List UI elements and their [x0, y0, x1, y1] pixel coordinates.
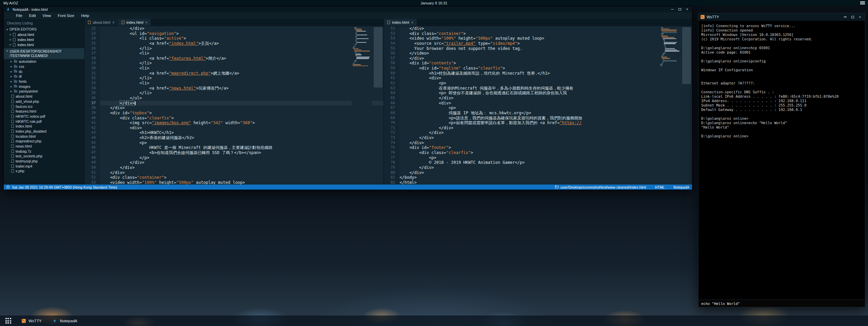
- code-line-44[interactable]: 44 <h2>香港的建築伺服器</h2>: [85, 135, 384, 140]
- code-line-78[interactable]: 78 © 2018 - 2019 HKWTC Animation Gamer</…: [384, 160, 692, 165]
- wstty-titlebar[interactable]: WsTTY ×: [698, 13, 865, 21]
- code-line-53[interactable]: 53 <video width="100%" height="500px" au…: [85, 180, 384, 185]
- code-line-50[interactable]: 50 </div>: [85, 165, 384, 170]
- code-line-59[interactable]: 59 <div id="tagline" class="clearfix">: [384, 66, 692, 71]
- open-editor-item[interactable]: ×index.html: [4, 42, 84, 47]
- code-line-65[interactable]: 65 </div>: [384, 96, 692, 101]
- minimap[interactable]: [352, 26, 372, 185]
- menu-help[interactable]: Help: [78, 14, 93, 18]
- code-line-30[interactable]: 30 <li>: [85, 66, 384, 71]
- close-tab-icon[interactable]: ×: [145, 20, 147, 24]
- code-line-25[interactable]: 25 <a href="index.html">主頁</a>: [85, 41, 384, 46]
- workspace-header[interactable]: ▾ USER:/DESKTOP/SCREENSHOT /TEST/WWW CLE…: [4, 48, 84, 59]
- code-line-51[interactable]: 51 </div>: [85, 170, 384, 175]
- menu-view[interactable]: View: [39, 14, 54, 18]
- tree-file[interactable]: testmysql.php: [4, 159, 84, 164]
- close-button[interactable]: ×: [857, 15, 863, 19]
- code-line-69[interactable]: 69 <p>請注意，我們的伺服器為確保玩家及遊玩時的質素，我們對的服務開放: [384, 116, 692, 121]
- code-line-53[interactable]: 53 <video width="100%" height="500px" au…: [384, 36, 692, 41]
- code-line-51[interactable]: 51 </div>: [384, 26, 692, 31]
- system-brand[interactable]: My ArOZ: [3, 1, 18, 5]
- code-line-40[interactable]: 40 <div class="clearfix">: [85, 116, 384, 121]
- code-line-82[interactable]: 82</html>: [384, 180, 692, 185]
- open-editors-section[interactable]: ▾ OPEN EDITORS: [4, 27, 84, 32]
- tab-index-html[interactable]: index.html×: [384, 19, 417, 26]
- tree-file[interactable]: mapredirect.php: [4, 139, 84, 144]
- close-editor-icon[interactable]: ×: [9, 43, 11, 47]
- tree-folder[interactable]: ▸dl: [4, 74, 84, 79]
- terminal-output[interactable]: [info] Conencting to arozos WsTTY servic…: [698, 21, 865, 300]
- tree-folder[interactable]: ▸dc: [4, 69, 84, 74]
- code-line-48[interactable]: 48 </p>: [85, 155, 384, 160]
- code-line-73[interactable]: 73 </div>: [384, 135, 692, 140]
- minimize-button[interactable]: [842, 15, 848, 19]
- tree-file[interactable]: about.html: [4, 94, 84, 99]
- code-line-33[interactable]: 33 <li>: [85, 81, 384, 86]
- code-line-62[interactable]: 62 <p>: [384, 81, 692, 86]
- minimize-button[interactable]: [669, 7, 675, 12]
- tree-file[interactable]: news.html: [4, 144, 84, 149]
- close-tab-icon[interactable]: ×: [112, 20, 114, 24]
- app-launcher-button[interactable]: [3, 317, 13, 325]
- code-line-74[interactable]: 74 </div>: [384, 140, 692, 146]
- close-button[interactable]: ×: [684, 7, 690, 12]
- code-editor-right[interactable]: 51 </div>52 <div class="container">53 <v…: [384, 26, 692, 185]
- code-line-71[interactable]: 71 </div>: [384, 126, 692, 131]
- code-line-52[interactable]: 52 <div class="container">: [85, 175, 384, 180]
- code-line-60[interactable]: 60 <h1>特別為建築及鐵路而設，現代化的 Minecraft 世界.</h1…: [384, 71, 692, 76]
- tree-file[interactable]: add_vhost.php: [4, 99, 84, 104]
- statusbar-language-mode[interactable]: HTML: [655, 185, 665, 189]
- code-line-26[interactable]: 26 </li>: [85, 46, 384, 51]
- close-tab-icon[interactable]: ×: [411, 20, 413, 24]
- code-line-49[interactable]: 49 </div>: [85, 160, 384, 165]
- code-line-66[interactable]: 66 <div>: [384, 101, 692, 106]
- menu-edit[interactable]: Edit: [26, 14, 39, 18]
- maximize-button[interactable]: [850, 15, 855, 19]
- tree-file[interactable]: features.html: [4, 109, 84, 114]
- tree-folder[interactable]: ▸images: [4, 84, 84, 89]
- code-line-77[interactable]: 77 <p>: [384, 155, 692, 160]
- code-line-75[interactable]: 75 <div id="footer">: [384, 145, 692, 150]
- taskbar-item-wstty[interactable]: WsTTY: [16, 315, 47, 326]
- code-line-46[interactable]: 46 HKWTC 是一個 Minecraft 的建築伺服器，主要建築計劃包括鐵路: [85, 145, 384, 150]
- code-line-23[interactable]: 23 <ul id="navigation">: [85, 31, 384, 36]
- tree-file[interactable]: x.php: [4, 169, 84, 174]
- scrollbar-thumb[interactable]: [682, 27, 691, 84]
- code-line-67[interactable]: 67 <p>: [384, 106, 692, 111]
- scrollbar-thumb[interactable]: [374, 27, 383, 88]
- code-line-52[interactable]: 52 <div class="container">: [384, 31, 692, 36]
- hamburger-menu-icon[interactable]: [860, 1, 865, 4]
- code-line-36[interactable]: 36 </ul>: [85, 96, 384, 101]
- code-line-38[interactable]: 38 </div>: [85, 106, 384, 111]
- close-editor-icon[interactable]: ×: [9, 33, 11, 37]
- tree-file[interactable]: favicon.ico: [4, 104, 84, 109]
- code-line-72[interactable]: 72 </div>: [384, 130, 692, 135]
- code-line-28[interactable]: 28 <a href="features.html">簡介</a>: [85, 56, 384, 61]
- code-line-61[interactable]: 61 <div>: [384, 76, 692, 81]
- maximize-button[interactable]: [677, 7, 683, 12]
- menu-file[interactable]: File: [13, 14, 26, 18]
- tree-folder[interactable]: ▸autostation: [4, 59, 84, 64]
- tree-folder[interactable]: ▸fonts: [4, 79, 84, 84]
- tree-file[interactable]: test_sockets.php: [4, 154, 84, 159]
- code-line-54[interactable]: 54 <source src="trailer.mp4" type="video…: [384, 41, 692, 46]
- code-line-70[interactable]: 70 <p>如有問題或需要申請白名單，歡迎加入我們的 <a href="http…: [384, 120, 692, 126]
- taskbar-item-notepada[interactable]: NotepadA: [47, 315, 83, 326]
- code-line-56[interactable]: 56 </video>: [384, 51, 692, 56]
- code-line-45[interactable]: 45 <p>: [85, 140, 384, 146]
- code-line-47[interactable]: 47 <b>你知道我們全線伺服器已轉用 SSD 了嗎？</b></span>: [85, 150, 384, 155]
- tree-file[interactable]: index.html: [4, 124, 84, 129]
- tree-file[interactable]: index.php_disabled: [4, 129, 84, 134]
- code-line-64[interactable]: 64 <p> 即使你不是建築師，你也能透過紅石師或鐵路工程師的身份加入我: [384, 91, 692, 96]
- notepad-titlebar[interactable]: NotepadA - index.html ×: [4, 6, 692, 12]
- minimap[interactable]: [660, 26, 680, 185]
- code-line-39[interactable]: 39 <div id="topbox">: [85, 111, 384, 116]
- code-line-29[interactable]: 29 </li>: [85, 61, 384, 66]
- code-line-68[interactable]: 68 伺服器 IP 地址為： mcs.hkwtc.org</p>: [384, 111, 692, 116]
- tab-about-html[interactable]: about.html×: [85, 19, 118, 26]
- open-editor-item[interactable]: ×index.html: [4, 37, 84, 42]
- code-line-76[interactable]: 76 <div class="clearfix">: [384, 150, 692, 155]
- tree-folder[interactable]: ▸css: [4, 64, 84, 69]
- tree-file[interactable]: HKWTC rule.pdf: [4, 119, 84, 124]
- code-line-79[interactable]: 79 </div>: [384, 165, 692, 170]
